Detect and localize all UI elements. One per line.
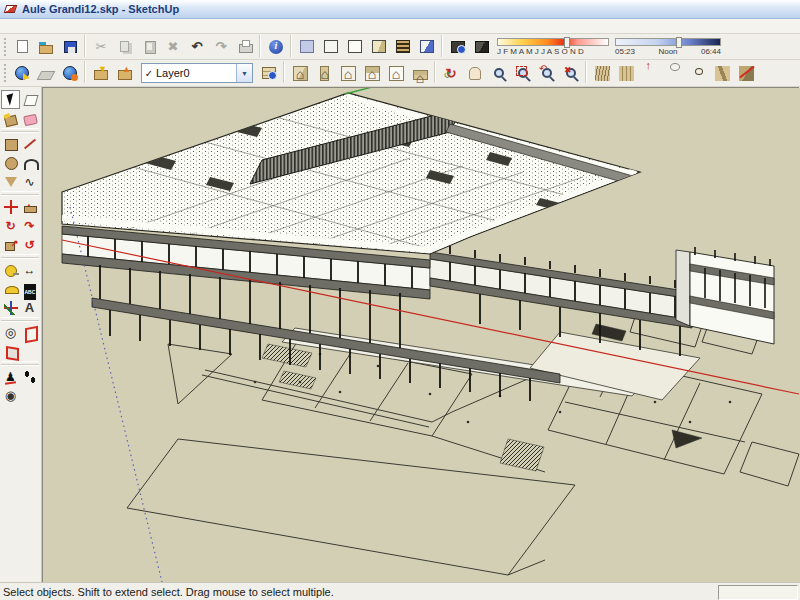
- stamp-icon[interactable]: [662, 61, 686, 85]
- walk-tool[interactable]: [20, 367, 39, 386]
- large-tool-set: [0, 87, 42, 582]
- paste-icon[interactable]: [137, 35, 161, 59]
- view-front-icon[interactable]: [336, 61, 360, 85]
- zoom-icon[interactable]: [487, 61, 511, 85]
- layer-check-icon: ✓: [142, 68, 156, 79]
- rotate-tool[interactable]: [1, 216, 20, 235]
- erase-icon[interactable]: [161, 35, 185, 59]
- toolbar-grip[interactable]: [4, 64, 8, 82]
- arc-tool[interactable]: [20, 153, 39, 172]
- photo-textures-icon[interactable]: [58, 61, 82, 85]
- shadows-toggle-icon[interactable]: [470, 35, 494, 59]
- flip-edge-icon[interactable]: [734, 61, 758, 85]
- smoove-icon[interactable]: [638, 61, 662, 85]
- protractor-tool[interactable]: [1, 279, 20, 298]
- zoom-window-icon[interactable]: [511, 61, 535, 85]
- date-slider-track[interactable]: [497, 38, 609, 46]
- time-slider-thumb[interactable]: [676, 37, 682, 48]
- zoom-previous-icon[interactable]: [535, 61, 559, 85]
- zoom-extents-icon[interactable]: [559, 61, 583, 85]
- xray-icon[interactable]: [295, 35, 319, 59]
- shadow-settings-icon[interactable]: [446, 35, 470, 59]
- section-plane-tool[interactable]: [20, 323, 39, 342]
- cut-icon[interactable]: [89, 35, 113, 59]
- eraser-tool[interactable]: [20, 109, 39, 128]
- copy-icon[interactable]: [113, 35, 137, 59]
- offset-tool[interactable]: [20, 235, 39, 254]
- toolbar-google-views-camera-sandbox: ✓ Layer0 ▼: [0, 60, 800, 87]
- new-icon[interactable]: [10, 35, 34, 59]
- push-pull-tool[interactable]: [20, 197, 39, 216]
- month-labels: J F M A M J J A S O N D: [497, 47, 584, 56]
- select-tool[interactable]: [1, 90, 20, 109]
- model-viewport[interactable]: [42, 87, 799, 582]
- time-start-label: 05:23: [615, 47, 635, 56]
- paint-bucket-tool[interactable]: [1, 109, 20, 128]
- open-icon[interactable]: [34, 35, 58, 59]
- toolbar-standard: J F M A M J J A S O N D 05:23 Noon 06:44: [0, 34, 800, 60]
- date-slider-thumb[interactable]: [564, 37, 570, 48]
- layer-dropdown-arrow-icon[interactable]: ▼: [236, 64, 252, 82]
- sketchup-logo-icon: [4, 3, 17, 16]
- view-iso-icon[interactable]: [288, 61, 312, 85]
- wireframe-icon[interactable]: [319, 35, 343, 59]
- measurements-box[interactable]: [718, 585, 798, 600]
- status-text: Select objects. Shift to extend select. …: [3, 586, 334, 598]
- line-tool[interactable]: [20, 134, 39, 153]
- layer-current-value: Layer0: [156, 67, 236, 79]
- pan-icon[interactable]: [463, 61, 487, 85]
- look-around-tool[interactable]: [1, 386, 20, 405]
- shadow-time-slider[interactable]: 05:23 Noon 06:44: [615, 38, 721, 56]
- scale-tool[interactable]: [1, 235, 20, 254]
- from-scratch-icon[interactable]: [614, 61, 638, 85]
- undo-icon[interactable]: [185, 35, 209, 59]
- text-3d-tool[interactable]: [20, 298, 39, 317]
- title-bar: Aule Grandi12.skp - SketchUp: [0, 0, 800, 19]
- freehand-tool[interactable]: [20, 172, 39, 191]
- text-tool[interactable]: [20, 279, 39, 298]
- move-tool[interactable]: [1, 197, 20, 216]
- drape-icon[interactable]: [686, 61, 710, 85]
- make-component-tool[interactable]: [20, 90, 39, 109]
- from-contours-icon[interactable]: [590, 61, 614, 85]
- model-drawing: [43, 88, 800, 582]
- share-model-icon[interactable]: [113, 61, 137, 85]
- window-title: Aule Grandi12.skp - SketchUp: [22, 3, 179, 15]
- camera-compass-tool[interactable]: [1, 323, 20, 342]
- get-models-icon[interactable]: [89, 61, 113, 85]
- redo-icon[interactable]: [209, 35, 233, 59]
- model-info-icon[interactable]: [264, 35, 288, 59]
- position-camera-tool[interactable]: [1, 367, 20, 386]
- layer-dropdown[interactable]: ✓ Layer0 ▼: [141, 63, 253, 83]
- shaded-textures-icon[interactable]: [391, 35, 415, 59]
- view-left-icon[interactable]: [408, 61, 432, 85]
- save-icon[interactable]: [58, 35, 82, 59]
- view-right-icon[interactable]: [312, 61, 336, 85]
- time-noon-label: Noon: [658, 47, 677, 56]
- time-slider-track[interactable]: [615, 38, 721, 46]
- add-detail-icon[interactable]: [710, 61, 734, 85]
- terrain-toggle-icon[interactable]: [34, 61, 58, 85]
- orbit-icon[interactable]: [439, 61, 463, 85]
- tape-measure-tool[interactable]: [1, 260, 20, 279]
- layer-manager-icon[interactable]: [257, 61, 281, 85]
- hidden-line-icon[interactable]: [343, 35, 367, 59]
- monochrome-icon[interactable]: [415, 35, 439, 59]
- print-icon[interactable]: [233, 35, 257, 59]
- view-top-icon[interactable]: [360, 61, 384, 85]
- get-current-view-icon[interactable]: [10, 61, 34, 85]
- toolbar-grip[interactable]: [4, 38, 8, 56]
- rectangle-tool[interactable]: [1, 134, 20, 153]
- circle-tool[interactable]: [1, 153, 20, 172]
- section-cuts-tool[interactable]: [1, 342, 20, 361]
- dimension-tool[interactable]: [20, 260, 39, 279]
- shadow-date-slider[interactable]: J F M A M J J A S O N D: [497, 38, 609, 56]
- shaded-icon[interactable]: [367, 35, 391, 59]
- view-back-icon[interactable]: [384, 61, 408, 85]
- axes-tool[interactable]: [1, 298, 20, 317]
- polygon-tool[interactable]: [1, 172, 20, 191]
- status-bar: Select objects. Shift to extend select. …: [0, 582, 800, 600]
- time-end-label: 06:44: [701, 47, 721, 56]
- follow-me-tool[interactable]: [20, 216, 39, 235]
- menu-bar: [0, 19, 800, 34]
